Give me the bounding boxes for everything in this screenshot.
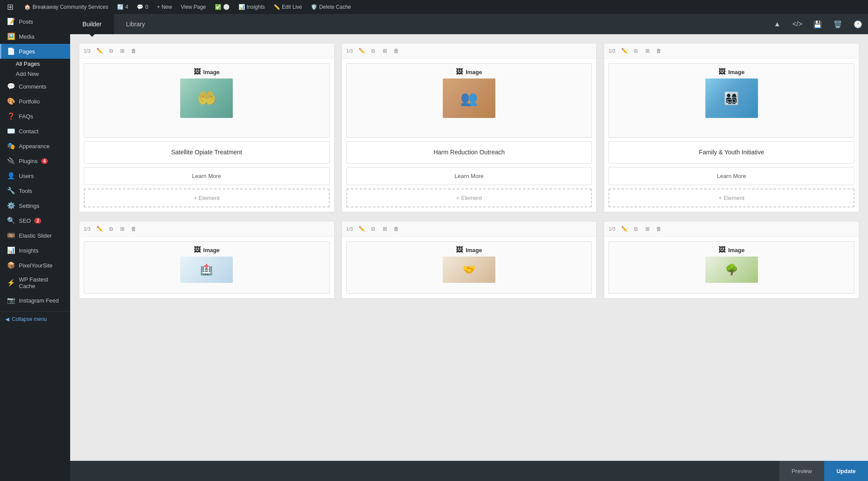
col-delete-btn-2-2[interactable]: 🗑	[391, 224, 401, 234]
sidebar-item-settings[interactable]: ⚙️ Settings	[0, 198, 70, 213]
users-icon: 👤	[7, 172, 15, 180]
col-edit-btn-1-2[interactable]: ✏️	[357, 46, 367, 56]
toolbar-trash-btn[interactable]: 🗑️	[828, 14, 848, 34]
sidebar-item-insights[interactable]: 📊 Insights	[0, 243, 70, 258]
button-block-1-3[interactable]: Learn More	[608, 167, 854, 185]
edit-live-item[interactable]: ✏️ Edit Live	[270, 0, 306, 14]
col-move-btn-2-3[interactable]: ⊞	[643, 224, 652, 234]
sidebar-item-media[interactable]: 🖼️ Media	[0, 29, 70, 44]
sidebar-item-elastic-slider[interactable]: 🎞️ Elastic Slider	[0, 228, 70, 243]
col-copy-btn-2-2[interactable]: ⧉	[369, 224, 378, 234]
toolbar-history-btn[interactable]: 🕐	[848, 14, 868, 34]
col-move-btn-1-3[interactable]: ⊞	[643, 46, 652, 56]
col-move-btn-2-2[interactable]: ⊞	[380, 224, 390, 234]
text-block-1-1: Satellite Opiate Treatment	[84, 141, 330, 164]
insights-item[interactable]: 📊 Insights	[235, 0, 268, 14]
view-page-item[interactable]: View Page	[177, 0, 209, 14]
col-edit-btn-2-3[interactable]: ✏️	[620, 224, 630, 234]
sidebar-portfolio-label: Portfolio	[19, 98, 40, 105]
col-delete-btn-2-3[interactable]: 🗑	[654, 224, 664, 234]
sidebar-tools-label: Tools	[19, 188, 32, 194]
updates-item[interactable]: 🔄 4	[114, 0, 132, 14]
toolbar-up-arrow-btn[interactable]: ▲	[767, 14, 787, 34]
col-copy-btn-1-1[interactable]: ⧉	[106, 46, 116, 56]
bottom-bar: Preview Update	[70, 461, 868, 481]
sidebar-item-seo[interactable]: 🔍 SEO 2	[0, 213, 70, 228]
button-block-1-1[interactable]: Learn More	[84, 167, 330, 185]
sidebar-item-appearance[interactable]: 🎭 Appearance	[0, 139, 70, 153]
contact-icon: ✉️	[7, 127, 15, 135]
toolbar-save-btn[interactable]: 💾	[808, 14, 828, 34]
sidebar-sub-add-new[interactable]: Add New	[0, 69, 70, 79]
col-copy-btn-1-2[interactable]: ⧉	[369, 46, 378, 56]
pixel-icon: 📦	[7, 261, 15, 269]
col-copy-btn-1-3[interactable]: ⧉	[631, 46, 641, 56]
col-move-btn-1-1[interactable]: ⊞	[117, 46, 127, 56]
col-copy-btn-2-3[interactable]: ⧉	[631, 224, 641, 234]
comments-item[interactable]: 💬 0	[133, 0, 152, 14]
admin-bar: ⊞ 🏠 Breakaway Community Services 🔄 4 💬 0…	[0, 0, 868, 14]
col-delete-btn-1-3[interactable]: 🗑	[654, 46, 664, 56]
delete-cache-label: Delete Cache	[319, 4, 351, 10]
add-element-1-3[interactable]: + Element	[608, 189, 854, 207]
sidebar-item-plugins[interactable]: 🔌 Plugins 4	[0, 153, 70, 168]
collapse-menu-button[interactable]: ◀ Collapse menu	[0, 311, 70, 327]
image-placeholder-icon-2-3: 🖼	[719, 246, 726, 254]
sidebar-item-users[interactable]: 👤 Users	[0, 168, 70, 183]
updates-icon: 🔄	[117, 4, 124, 10]
sidebar-item-portfolio[interactable]: 🎨 Portfolio	[0, 94, 70, 109]
col-edit-btn-1-1[interactable]: ✏️	[95, 46, 104, 56]
sidebar-item-pixel-your-site[interactable]: 📦 PixelYourSite	[0, 258, 70, 273]
col-content-2-1: 🖼 Image	[79, 237, 334, 298]
toolbar-code-btn[interactable]: </>	[787, 14, 808, 34]
text-block-1-2: Harm Reduction Outreach	[346, 141, 592, 164]
preview-button[interactable]: Preview	[779, 461, 824, 481]
image-placeholder-icon-1-2: 🖼	[456, 68, 463, 76]
history-icon: 🕐	[854, 20, 862, 29]
sidebar-users-label: Users	[19, 173, 34, 179]
col-move-btn-1-2[interactable]: ⊞	[380, 46, 390, 56]
site-name-item[interactable]: 🏠 Breakaway Community Services	[21, 0, 112, 14]
tab-library[interactable]: Library	[114, 14, 157, 34]
add-element-1-2[interactable]: + Element	[346, 189, 592, 207]
col-toolbar-2-2: 1/3 ✏️ ⧉ ⊞ 🗑	[342, 221, 597, 237]
delete-cache-item[interactable]: 🛡️ Delete Cache	[307, 0, 355, 14]
col-copy-btn-2-1[interactable]: ⧉	[106, 224, 116, 234]
col-edit-btn-2-1[interactable]: ✏️	[95, 224, 104, 234]
sidebar-settings-label: Settings	[19, 203, 39, 209]
col-delete-btn-1-1[interactable]: 🗑	[129, 46, 139, 56]
wp-logo-item[interactable]: ⊞	[4, 0, 19, 14]
sidebar-item-instagram-feed[interactable]: 📷 Instagram Feed	[0, 293, 70, 308]
insights-bar-icon: 📊	[238, 4, 245, 10]
sidebar-item-pages[interactable]: 📄 Pages	[0, 44, 70, 59]
updates-count: 4	[125, 4, 128, 10]
new-item[interactable]: + New	[153, 0, 175, 14]
sidebar-item-faqs[interactable]: ❓ FAQs	[0, 109, 70, 124]
comments-count: 0	[145, 4, 148, 10]
sidebar-sub-all-pages[interactable]: All Pages	[0, 59, 70, 69]
yoast-item[interactable]: ✅ ⚪	[211, 0, 233, 14]
col-delete-btn-2-1[interactable]: 🗑	[129, 224, 139, 234]
sidebar-item-contact[interactable]: ✉️ Contact	[0, 124, 70, 139]
sidebar-item-posts[interactable]: 📝 Posts	[0, 14, 70, 29]
insights-sidebar-icon: 📊	[7, 246, 15, 254]
col-delete-btn-1-2[interactable]: 🗑	[391, 46, 401, 56]
image-placeholder-icon-2-1: 🖼	[194, 246, 201, 254]
sidebar-item-wp-fastest-cache[interactable]: ⚡ WP Fastest Cache	[0, 273, 70, 293]
col-move-btn-2-1[interactable]: ⊞	[117, 224, 127, 234]
col-toolbar-1-3: 1/3 ✏️ ⧉ ⊞ 🗑	[604, 43, 859, 59]
appearance-icon: 🎭	[7, 142, 15, 150]
button-block-1-2[interactable]: Learn More	[346, 167, 592, 185]
add-element-1-1[interactable]: + Element	[84, 189, 330, 207]
sidebar-elastic-slider-label: Elastic Slider	[19, 232, 52, 239]
col-edit-btn-1-3[interactable]: ✏️	[620, 46, 630, 56]
portfolio-icon: 🎨	[7, 97, 15, 105]
insights-bar-label: Insights	[247, 4, 265, 10]
col-edit-btn-2-2[interactable]: ✏️	[357, 224, 367, 234]
sidebar-item-comments[interactable]: 💬 Comments	[0, 79, 70, 94]
image-label-text-2-2: Image	[466, 247, 482, 253]
sidebar-item-tools[interactable]: 🔧 Tools	[0, 183, 70, 198]
image-label-text-1-3: Image	[728, 69, 745, 75]
update-button[interactable]: Update	[824, 461, 868, 481]
tab-builder[interactable]: Builder	[70, 14, 114, 34]
